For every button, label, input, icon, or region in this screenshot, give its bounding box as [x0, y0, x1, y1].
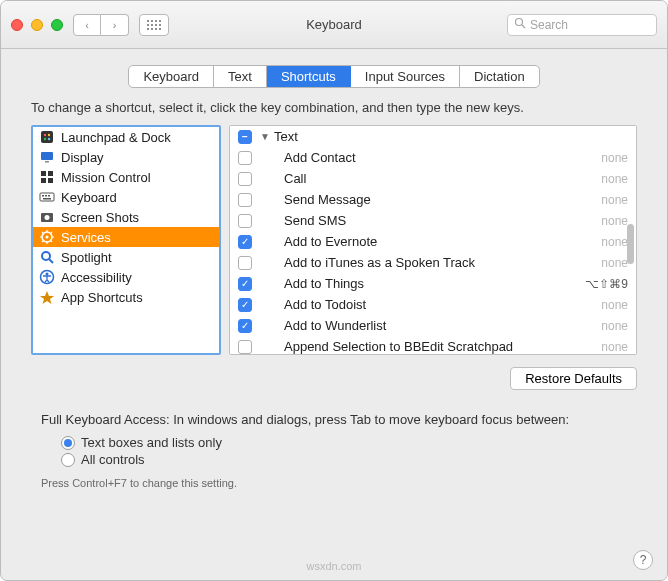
service-shortcut[interactable]: none [601, 235, 628, 249]
sidebar-item-label: Mission Control [61, 170, 151, 185]
display-icon [39, 149, 55, 165]
service-label: Call [260, 171, 601, 186]
service-checkbox[interactable] [238, 172, 252, 186]
svg-point-21 [46, 236, 49, 239]
services-list[interactable]: ▼Text Add ContactnoneCallnoneSend Messag… [229, 125, 637, 355]
service-shortcut[interactable]: ⌥⇧⌘9 [585, 277, 628, 291]
help-button[interactable]: ? [633, 550, 653, 570]
service-shortcut[interactable]: none [601, 193, 628, 207]
svg-point-0 [516, 19, 523, 26]
service-shortcut[interactable]: none [601, 256, 628, 270]
back-button[interactable]: ‹ [73, 14, 101, 36]
service-checkbox[interactable]: ✓ [238, 319, 252, 333]
svg-rect-9 [41, 171, 46, 176]
tab-shortcuts[interactable]: Shortcuts [267, 66, 351, 87]
service-checkbox[interactable]: ✓ [238, 235, 252, 249]
service-label: Add to Todoist [260, 297, 601, 312]
service-checkbox[interactable] [238, 214, 252, 228]
fka-radio-allcontrols[interactable]: All controls [61, 452, 627, 467]
svg-line-23 [49, 259, 53, 263]
sidebar-item-display[interactable]: Display [33, 147, 219, 167]
tabs-row: KeyboardTextShortcutsInput SourcesDictat… [1, 49, 667, 100]
app-icon [39, 289, 55, 305]
forward-button[interactable]: › [101, 14, 129, 36]
service-label: Add to iTunes as a Spoken Track [260, 255, 601, 270]
sidebar-item-label: Keyboard [61, 190, 117, 205]
svg-rect-7 [41, 152, 53, 160]
tab-keyboard[interactable]: Keyboard [129, 66, 214, 87]
sidebar-item-label: Services [61, 230, 111, 245]
window-title: Keyboard [306, 17, 362, 32]
service-row[interactable]: Add to iTunes as a Spoken Tracknone [230, 252, 636, 273]
service-shortcut[interactable]: none [601, 151, 628, 165]
sidebar-item-app-shortcuts[interactable]: App Shortcuts [33, 287, 219, 307]
service-row[interactable]: Send SMSnone [230, 210, 636, 231]
disclosure-triangle-icon[interactable]: ▼ [260, 131, 270, 142]
sidebar-item-spotlight[interactable]: Spotlight [33, 247, 219, 267]
close-icon[interactable] [11, 19, 23, 31]
service-shortcut[interactable]: none [601, 319, 628, 333]
fka-label: Full Keyboard Access: In windows and dia… [41, 412, 627, 427]
service-row[interactable]: ✓Add to Wunderlistnone [230, 315, 636, 336]
service-checkbox[interactable] [238, 151, 252, 165]
search-icon [514, 17, 526, 32]
preferences-window: ‹ › Keyboard Search KeyboardTextShortcut… [0, 0, 668, 581]
restore-defaults-button[interactable]: Restore Defaults [510, 367, 637, 390]
sidebar-item-services[interactable]: Services [33, 227, 219, 247]
nav-segmented: ‹ › [73, 14, 129, 36]
service-checkbox[interactable] [238, 340, 252, 354]
service-label: Send Message [260, 192, 601, 207]
service-label: Send SMS [260, 213, 601, 228]
sidebar-item-screen-shots[interactable]: Screen Shots [33, 207, 219, 227]
svg-point-6 [48, 138, 50, 140]
minimize-icon[interactable] [31, 19, 43, 31]
accessibility-icon [39, 269, 55, 285]
sidebar-item-label: Screen Shots [61, 210, 139, 225]
search-field[interactable]: Search [507, 14, 657, 36]
fka-opt2-label: All controls [81, 452, 145, 467]
keyboard-icon [39, 189, 55, 205]
service-label: Add Contact [260, 150, 601, 165]
sidebar-item-label: Launchpad & Dock [61, 130, 171, 145]
service-row[interactable]: ✓Add to Things⌥⇧⌘9 [230, 273, 636, 294]
show-all-button[interactable] [139, 14, 169, 36]
fka-radio-textboxes[interactable]: Text boxes and lists only [61, 435, 627, 450]
service-row[interactable]: Send Messagenone [230, 189, 636, 210]
mission-icon [39, 169, 55, 185]
service-checkbox[interactable]: ✓ [238, 277, 252, 291]
sidebar-item-keyboard[interactable]: Keyboard [33, 187, 219, 207]
tab-segmented: KeyboardTextShortcutsInput SourcesDictat… [128, 65, 539, 88]
tab-input-sources[interactable]: Input Sources [351, 66, 460, 87]
screenshot-icon [39, 209, 55, 225]
service-checkbox[interactable] [238, 193, 252, 207]
restore-row: Restore Defaults [1, 355, 667, 412]
zoom-icon[interactable] [51, 19, 63, 31]
svg-rect-15 [45, 195, 47, 197]
tab-dictation[interactable]: Dictation [460, 66, 539, 87]
service-row[interactable]: Append Selection to BBEdit Scratchpadnon… [230, 336, 636, 355]
instruction-text: To change a shortcut, select it, click t… [1, 100, 667, 125]
service-row[interactable]: ✓Add to Todoistnone [230, 294, 636, 315]
service-shortcut[interactable]: none [601, 214, 628, 228]
watermark: wsxdn.com [306, 560, 361, 572]
services-icon [39, 229, 55, 245]
service-shortcut[interactable]: none [601, 172, 628, 186]
sidebar-item-mission-control[interactable]: Mission Control [33, 167, 219, 187]
sidebar-item-launchpad-dock[interactable]: Launchpad & Dock [33, 127, 219, 147]
tab-text[interactable]: Text [214, 66, 267, 87]
service-label: Append Selection to BBEdit Scratchpad [260, 339, 601, 354]
category-sidebar[interactable]: Launchpad & DockDisplayMission ControlKe… [31, 125, 221, 355]
service-checkbox[interactable] [238, 256, 252, 270]
service-group-header[interactable]: ▼Text [230, 126, 636, 147]
sidebar-item-accessibility[interactable]: Accessibility [33, 267, 219, 287]
group-checkbox[interactable] [238, 130, 252, 144]
service-row[interactable]: Callnone [230, 168, 636, 189]
service-row[interactable]: ✓Add to Evernotenone [230, 231, 636, 252]
service-row[interactable]: Add Contactnone [230, 147, 636, 168]
service-shortcut[interactable]: none [601, 298, 628, 312]
scrollbar-thumb[interactable] [627, 224, 634, 264]
search-placeholder: Search [530, 18, 568, 32]
service-checkbox[interactable]: ✓ [238, 298, 252, 312]
group-label: Text [274, 129, 628, 144]
service-shortcut[interactable]: none [601, 340, 628, 354]
